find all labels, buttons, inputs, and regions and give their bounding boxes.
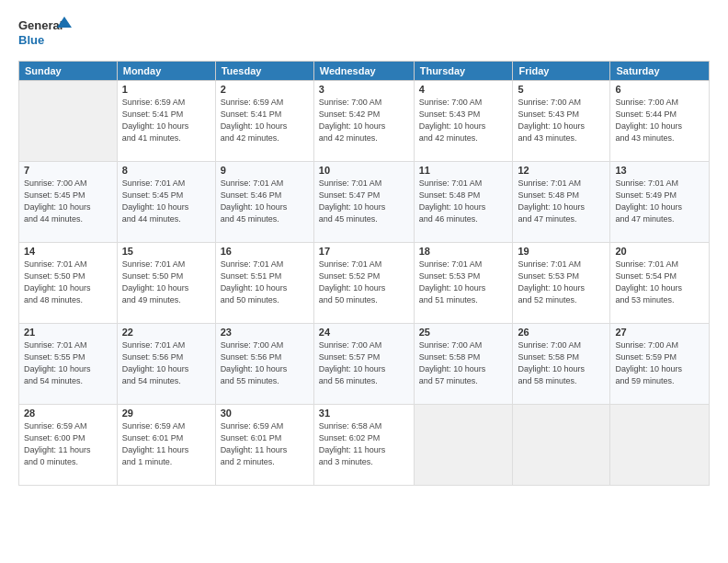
calendar-cell: 29Sunrise: 6:59 AM Sunset: 6:01 PM Dayli… xyxy=(117,405,215,486)
calendar-body: 1Sunrise: 6:59 AM Sunset: 5:41 PM Daylig… xyxy=(19,81,710,486)
day-info: Sunrise: 7:01 AM Sunset: 5:52 PM Dayligh… xyxy=(319,259,409,306)
calendar-cell: 9Sunrise: 7:01 AM Sunset: 5:46 PM Daylig… xyxy=(215,162,313,243)
day-number: 6 xyxy=(615,84,704,95)
day-info: Sunrise: 7:00 AM Sunset: 5:56 PM Dayligh… xyxy=(221,339,309,387)
calendar-cell: 20Sunrise: 7:01 AM Sunset: 5:54 PM Dayli… xyxy=(610,243,710,324)
calendar-cell: 12Sunrise: 7:01 AM Sunset: 5:48 PM Dayli… xyxy=(513,162,610,243)
day-info: Sunrise: 7:01 AM Sunset: 5:46 PM Dayligh… xyxy=(221,178,309,225)
calendar-cell: 2Sunrise: 6:59 AM Sunset: 5:41 PM Daylig… xyxy=(215,81,313,162)
day-number: 30 xyxy=(221,408,309,419)
calendar-cell: 11Sunrise: 7:01 AM Sunset: 5:48 PM Dayli… xyxy=(414,162,513,243)
day-number: 19 xyxy=(518,246,605,257)
calendar-cell: 13Sunrise: 7:01 AM Sunset: 5:49 PM Dayli… xyxy=(610,162,710,243)
day-info: Sunrise: 7:01 AM Sunset: 5:50 PM Dayligh… xyxy=(24,259,112,306)
day-number: 24 xyxy=(319,327,409,338)
calendar-cell: 10Sunrise: 7:01 AM Sunset: 5:47 PM Dayli… xyxy=(313,162,414,243)
calendar-cell: 14Sunrise: 7:01 AM Sunset: 5:50 PM Dayli… xyxy=(19,243,118,324)
calendar-cell: 19Sunrise: 7:01 AM Sunset: 5:53 PM Dayli… xyxy=(513,243,610,324)
calendar-cell: 5Sunrise: 7:00 AM Sunset: 5:43 PM Daylig… xyxy=(513,81,610,162)
day-info: Sunrise: 7:00 AM Sunset: 5:58 PM Dayligh… xyxy=(419,339,508,387)
day-info: Sunrise: 7:01 AM Sunset: 5:48 PM Dayligh… xyxy=(419,178,508,225)
day-number: 21 xyxy=(24,327,112,338)
svg-text:General: General xyxy=(18,18,63,32)
day-number: 3 xyxy=(319,84,409,95)
weekday-header-tuesday: Tuesday xyxy=(215,62,313,81)
day-info: Sunrise: 7:01 AM Sunset: 5:56 PM Dayligh… xyxy=(122,339,210,387)
calendar-cell: 21Sunrise: 7:01 AM Sunset: 5:55 PM Dayli… xyxy=(19,324,118,405)
calendar-cell xyxy=(513,405,610,486)
calendar-cell: 1Sunrise: 6:59 AM Sunset: 5:41 PM Daylig… xyxy=(117,81,215,162)
calendar-cell: 22Sunrise: 7:01 AM Sunset: 5:56 PM Dayli… xyxy=(117,324,215,405)
weekday-header-thursday: Thursday xyxy=(414,62,513,81)
day-info: Sunrise: 7:01 AM Sunset: 5:51 PM Dayligh… xyxy=(221,259,309,306)
day-number: 2 xyxy=(221,84,309,95)
weekday-header-wednesday: Wednesday xyxy=(313,62,414,81)
day-info: Sunrise: 7:01 AM Sunset: 5:54 PM Dayligh… xyxy=(615,259,704,306)
day-info: Sunrise: 7:00 AM Sunset: 5:43 PM Dayligh… xyxy=(419,97,508,144)
calendar-cell: 8Sunrise: 7:01 AM Sunset: 5:45 PM Daylig… xyxy=(117,162,215,243)
week-row-2: 7Sunrise: 7:00 AM Sunset: 5:45 PM Daylig… xyxy=(19,162,710,243)
day-info: Sunrise: 6:59 AM Sunset: 6:01 PM Dayligh… xyxy=(122,420,210,468)
header: GeneralBlue xyxy=(18,15,710,52)
day-info: Sunrise: 6:58 AM Sunset: 6:02 PM Dayligh… xyxy=(319,420,409,468)
logo: GeneralBlue xyxy=(18,15,74,52)
day-number: 4 xyxy=(419,84,508,95)
day-number: 29 xyxy=(122,408,210,419)
week-row-1: 1Sunrise: 6:59 AM Sunset: 5:41 PM Daylig… xyxy=(19,81,710,162)
day-info: Sunrise: 7:00 AM Sunset: 5:42 PM Dayligh… xyxy=(319,97,409,144)
day-number: 26 xyxy=(518,327,605,338)
day-info: Sunrise: 6:59 AM Sunset: 6:00 PM Dayligh… xyxy=(24,420,112,468)
day-number: 28 xyxy=(24,408,112,419)
day-info: Sunrise: 7:00 AM Sunset: 5:45 PM Dayligh… xyxy=(24,178,112,225)
calendar-cell: 7Sunrise: 7:00 AM Sunset: 5:45 PM Daylig… xyxy=(19,162,118,243)
day-number: 13 xyxy=(615,165,704,176)
day-number: 16 xyxy=(221,246,309,257)
day-info: Sunrise: 7:01 AM Sunset: 5:47 PM Dayligh… xyxy=(319,178,409,225)
calendar-cell: 30Sunrise: 6:59 AM Sunset: 6:01 PM Dayli… xyxy=(215,405,313,486)
calendar-cell: 25Sunrise: 7:00 AM Sunset: 5:58 PM Dayli… xyxy=(414,324,513,405)
calendar-cell: 16Sunrise: 7:01 AM Sunset: 5:51 PM Dayli… xyxy=(215,243,313,324)
day-info: Sunrise: 7:00 AM Sunset: 5:59 PM Dayligh… xyxy=(615,339,704,387)
day-info: Sunrise: 7:00 AM Sunset: 5:43 PM Dayligh… xyxy=(518,97,605,144)
weekday-header-friday: Friday xyxy=(513,62,610,81)
day-number: 18 xyxy=(419,246,508,257)
day-info: Sunrise: 6:59 AM Sunset: 5:41 PM Dayligh… xyxy=(221,97,309,144)
day-info: Sunrise: 7:01 AM Sunset: 5:55 PM Dayligh… xyxy=(24,339,112,387)
calendar-cell: 17Sunrise: 7:01 AM Sunset: 5:52 PM Dayli… xyxy=(313,243,414,324)
day-info: Sunrise: 7:01 AM Sunset: 5:53 PM Dayligh… xyxy=(419,259,508,306)
day-info: Sunrise: 7:01 AM Sunset: 5:50 PM Dayligh… xyxy=(122,259,210,306)
week-row-5: 28Sunrise: 6:59 AM Sunset: 6:00 PM Dayli… xyxy=(19,405,710,486)
day-info: Sunrise: 6:59 AM Sunset: 5:41 PM Dayligh… xyxy=(122,97,210,144)
day-number: 9 xyxy=(221,165,309,176)
day-number: 17 xyxy=(319,246,409,257)
day-info: Sunrise: 7:01 AM Sunset: 5:53 PM Dayligh… xyxy=(518,259,605,306)
day-number: 22 xyxy=(122,327,210,338)
calendar-cell xyxy=(19,81,118,162)
week-row-4: 21Sunrise: 7:01 AM Sunset: 5:55 PM Dayli… xyxy=(19,324,710,405)
logo-svg: GeneralBlue xyxy=(18,15,74,52)
calendar-cell: 18Sunrise: 7:01 AM Sunset: 5:53 PM Dayli… xyxy=(414,243,513,324)
calendar-cell: 24Sunrise: 7:00 AM Sunset: 5:57 PM Dayli… xyxy=(313,324,414,405)
day-number: 5 xyxy=(518,84,605,95)
weekday-header-row: SundayMondayTuesdayWednesdayThursdayFrid… xyxy=(19,62,710,81)
calendar-cell: 3Sunrise: 7:00 AM Sunset: 5:42 PM Daylig… xyxy=(313,81,414,162)
calendar-cell xyxy=(414,405,513,486)
day-info: Sunrise: 7:00 AM Sunset: 5:58 PM Dayligh… xyxy=(518,339,605,387)
day-number: 1 xyxy=(122,84,210,95)
calendar-cell: 26Sunrise: 7:00 AM Sunset: 5:58 PM Dayli… xyxy=(513,324,610,405)
day-number: 15 xyxy=(122,246,210,257)
day-number: 25 xyxy=(419,327,508,338)
day-number: 14 xyxy=(24,246,112,257)
day-number: 31 xyxy=(319,408,409,419)
calendar-cell: 27Sunrise: 7:00 AM Sunset: 5:59 PM Dayli… xyxy=(610,324,710,405)
day-info: Sunrise: 7:00 AM Sunset: 5:57 PM Dayligh… xyxy=(319,339,409,387)
calendar-cell: 23Sunrise: 7:00 AM Sunset: 5:56 PM Dayli… xyxy=(215,324,313,405)
calendar-cell: 28Sunrise: 6:59 AM Sunset: 6:00 PM Dayli… xyxy=(19,405,118,486)
calendar-table: SundayMondayTuesdayWednesdayThursdayFrid… xyxy=(18,61,710,486)
day-info: Sunrise: 7:01 AM Sunset: 5:49 PM Dayligh… xyxy=(615,178,704,225)
weekday-header-saturday: Saturday xyxy=(610,62,710,81)
day-info: Sunrise: 7:00 AM Sunset: 5:44 PM Dayligh… xyxy=(615,97,704,144)
day-number: 7 xyxy=(24,165,112,176)
calendar-cell xyxy=(610,405,710,486)
calendar-cell: 6Sunrise: 7:00 AM Sunset: 5:44 PM Daylig… xyxy=(610,81,710,162)
